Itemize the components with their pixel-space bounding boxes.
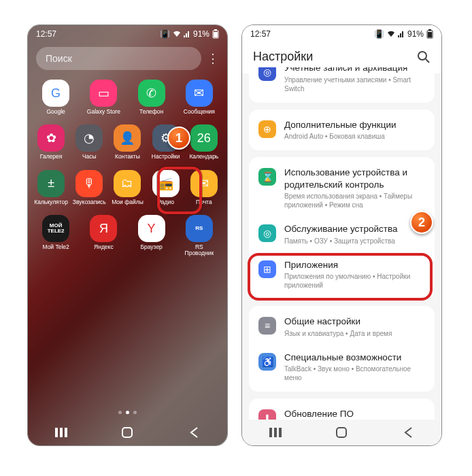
- navigation-bar: [28, 420, 227, 445]
- settings-item[interactable]: ⊕Дополнительные функцииAndroid Auto • Бо…: [249, 112, 435, 148]
- settings-item-subtitle: Язык и клавиатура • Дата и время: [284, 329, 392, 338]
- settings-item-icon: ◎: [258, 224, 276, 242]
- app-label: Звукозапись: [73, 199, 106, 205]
- status-time: 12:57: [250, 29, 271, 39]
- settings-item-icon: ≡: [258, 317, 276, 335]
- nav-back[interactable]: [186, 425, 201, 440]
- phone-home-screen: 12:57 📳 91% Поиск ⋮ GGoogle▭Galaxy Store…: [27, 24, 228, 446]
- svg-rect-4: [60, 428, 63, 437]
- app-галерея[interactable]: ✿Галерея: [33, 124, 69, 160]
- settings-item[interactable]: ◎Учетные записи и архивацияУправление уч…: [249, 67, 435, 100]
- app-label: Мой Tele2: [42, 244, 69, 250]
- page-indicator[interactable]: [28, 411, 227, 414]
- app-label: Сообщения: [184, 109, 215, 115]
- search-icon[interactable]: [417, 50, 431, 64]
- settings-card: ◎Учетные записи и архивацияУправление уч…: [249, 67, 435, 103]
- annotation-badge-1: 1: [167, 126, 190, 150]
- search-input[interactable]: Поиск: [36, 47, 201, 70]
- app-label: Google: [46, 109, 65, 115]
- settings-item-title: Учетные записи и архивация: [284, 67, 425, 74]
- app-icon: МОЙ TELE2: [42, 215, 69, 242]
- phone-settings-screen: 12:57 📳 91% Настройки ◎Учетные записи и …: [241, 24, 442, 446]
- wifi-icon: [387, 31, 395, 37]
- nav-home[interactable]: [120, 425, 135, 440]
- annotation-highlight-1: [157, 167, 202, 214]
- app-grid: GGoogle▭Galaxy Store✆Телефон✉Сообщения✿Г…: [28, 74, 227, 257]
- app-icon: Я: [90, 215, 117, 242]
- app-мои-файлы[interactable]: 🗂Мои файлы: [109, 170, 145, 205]
- settings-item[interactable]: ♿Специальные возможностиTalkBack • Звук …: [249, 345, 435, 390]
- app-label: Калькулятор: [34, 199, 68, 205]
- svg-rect-2: [214, 32, 218, 37]
- settings-item-icon: ⊕: [258, 120, 276, 138]
- app-galaxy-store[interactable]: ▭Galaxy Store: [86, 80, 121, 115]
- annotation-highlight-2: [248, 253, 433, 301]
- app-часы[interactable]: ◔Часы: [71, 124, 107, 160]
- app-icon: 🎙: [75, 170, 103, 197]
- settings-item[interactable]: ◎Обслуживание устройстваПамять • ОЗУ • З…: [249, 216, 435, 252]
- app-label: Телефон: [139, 109, 163, 115]
- app-label: Яндекс: [94, 244, 114, 250]
- app-label: Мои файлы: [112, 199, 144, 205]
- settings-item-icon: ⬇: [258, 409, 276, 420]
- search-placeholder: Поиск: [46, 53, 72, 64]
- settings-item-subtitle: Android Auto • Боковая клавиша: [284, 132, 397, 141]
- settings-item[interactable]: ≡Общие настройкиЯзык и клавиатура • Дата…: [249, 309, 435, 345]
- annotation-badge-2: 2: [410, 211, 433, 234]
- app-мой-tele2[interactable]: МОЙ TELE2Мой Tele2: [38, 215, 73, 257]
- app-icon: ±: [37, 170, 65, 197]
- nav-back[interactable]: [401, 425, 416, 440]
- app-icon: Y: [138, 215, 165, 242]
- app-звукозапись[interactable]: 🎙Звукозапись: [71, 170, 107, 205]
- battery-icon: [212, 29, 219, 39]
- app-label: Галерея: [40, 154, 63, 160]
- settings-item-subtitle: Управление учетными записями • Smart Swi…: [284, 75, 425, 93]
- app-rs-проводник[interactable]: RSRS Проводник: [182, 215, 217, 257]
- settings-item-title: Дополнительные функции: [284, 119, 397, 131]
- status-bar: 12:57 📳 91%: [242, 25, 441, 43]
- app-label: Браузер: [140, 244, 162, 250]
- signal-icon: [184, 31, 190, 37]
- svg-rect-8: [428, 29, 431, 31]
- nav-home[interactable]: [334, 425, 349, 440]
- svg-rect-9: [428, 32, 432, 37]
- svg-rect-15: [337, 428, 346, 437]
- wifi-icon: [173, 31, 181, 37]
- svg-line-11: [426, 59, 429, 63]
- app-контакты[interactable]: 👤Контакты: [109, 124, 145, 160]
- svg-rect-1: [214, 29, 217, 31]
- svg-rect-12: [269, 428, 272, 437]
- settings-item-icon: ◎: [258, 67, 276, 81]
- page-title: Настройки: [253, 50, 313, 64]
- app-icon: ◔: [75, 124, 103, 152]
- app-календарь[interactable]: 26Календарь: [186, 124, 222, 160]
- settings-item-icon: ⌛: [258, 168, 276, 186]
- app-яндекс[interactable]: ЯЯндекс: [86, 215, 121, 257]
- status-bar: 12:57 📳 91%: [28, 25, 227, 43]
- app-icon: ✿: [37, 124, 65, 152]
- svg-rect-6: [122, 428, 132, 437]
- settings-card: ≡Общие настройкиЯзык и клавиатура • Дата…: [249, 306, 435, 392]
- svg-rect-3: [55, 428, 58, 437]
- nav-recents[interactable]: [54, 425, 69, 440]
- app-icon: 👤: [114, 124, 141, 152]
- nav-recents[interactable]: [268, 425, 283, 440]
- settings-item-title: Обновление ПО: [284, 408, 354, 420]
- app-браузер[interactable]: YБраузер: [134, 215, 169, 257]
- app-label: Настройки: [152, 154, 180, 160]
- navigation-bar: [242, 420, 441, 445]
- battery-text: 91%: [407, 29, 424, 39]
- app-icon: RS: [186, 215, 213, 242]
- settings-list[interactable]: ◎Учетные записи и архивацияУправление уч…: [242, 67, 441, 420]
- app-icon: 🗂: [114, 170, 141, 197]
- app-google[interactable]: GGoogle: [38, 80, 73, 115]
- settings-item[interactable]: ⬇Обновление ПОЗагрузка и установка: [249, 401, 435, 420]
- more-menu-icon[interactable]: ⋮: [207, 51, 219, 66]
- settings-item[interactable]: ⌛Использование устройства и родительский…: [249, 160, 435, 216]
- app-калькулятор[interactable]: ±Калькулятор: [33, 170, 69, 205]
- settings-item-title: Использование устройства и родительский …: [284, 167, 425, 190]
- app-сообщения[interactable]: ✉Сообщения: [182, 80, 217, 115]
- settings-item-subtitle: Память • ОЗУ • Защита устройства: [284, 237, 398, 245]
- app-icon: ✉: [186, 80, 213, 107]
- app-телефон[interactable]: ✆Телефон: [134, 80, 169, 115]
